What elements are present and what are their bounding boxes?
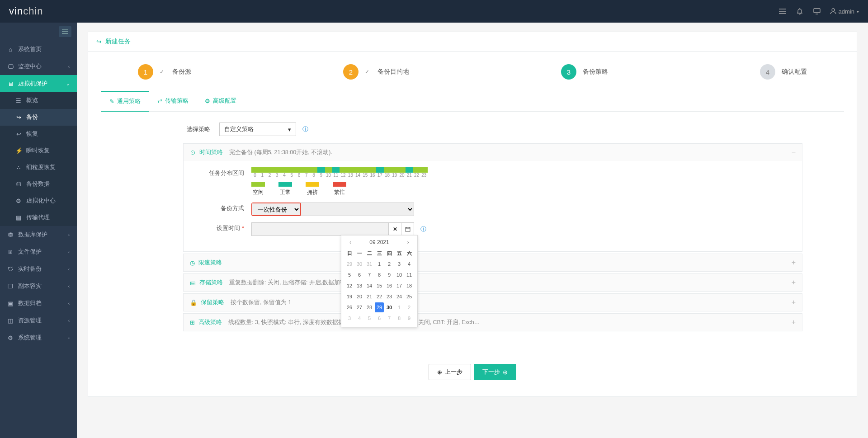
cal-day-1[interactable]: 1	[395, 302, 404, 312]
cal-day-27[interactable]: 27	[355, 302, 364, 312]
next-button[interactable]: 下一步⊕	[474, 364, 516, 380]
cal-day-18[interactable]: 18	[405, 281, 414, 291]
cal-day-16[interactable]: 16	[385, 281, 394, 291]
cal-day-7[interactable]: 7	[365, 270, 374, 280]
cal-day-6[interactable]: 6	[375, 313, 384, 323]
list-icon[interactable]	[778, 7, 787, 15]
calendar-month[interactable]: 09 2021	[369, 239, 389, 245]
cal-day-22[interactable]: 22	[375, 292, 384, 301]
cal-day-2[interactable]: 2	[385, 259, 394, 269]
info-icon[interactable]: ⓘ	[420, 225, 426, 233]
cal-day-19[interactable]: 19	[345, 292, 354, 301]
prev-button[interactable]: ⊕上一步	[429, 364, 471, 380]
desktop-icon: 🖥	[7, 80, 14, 87]
cal-day-5[interactable]: 5	[365, 313, 374, 323]
step-confirm: 4 确认配置	[760, 64, 807, 80]
backup-mode-select-rest[interactable]	[300, 203, 414, 216]
sidebar-sub-data[interactable]: ⛁备份数据	[0, 176, 77, 193]
cal-day-7[interactable]: 7	[385, 313, 394, 323]
step-source[interactable]: 1 ✓ 备份源	[138, 64, 191, 80]
cal-day-30[interactable]: 30	[385, 302, 394, 312]
sidebar-item-replica[interactable]: ❐副本容灾‹	[0, 278, 77, 295]
cal-day-5[interactable]: 5	[345, 270, 354, 280]
cal-day-8[interactable]: 8	[375, 270, 384, 280]
minus-icon: −	[792, 148, 796, 156]
sidebar-item-archive[interactable]: ▣数据归档‹	[0, 295, 77, 312]
sidebar-item-resource[interactable]: ◫资源管理‹	[0, 312, 77, 329]
plus-icon: +	[792, 298, 796, 306]
accordion-advanced-header[interactable]: ⊞ 高级策略 线程数量: 3, 快照模式: 串行, 深度有效数据提取: 关闭, …	[184, 314, 802, 331]
cal-day-25[interactable]: 25	[405, 292, 414, 301]
cal-day-2[interactable]: 2	[405, 302, 414, 312]
cal-day-10[interactable]: 10	[395, 270, 404, 280]
sidebar-item-file[interactable]: 🗎文件保护‹	[0, 243, 77, 260]
sidebar-sub-virtcenter[interactable]: ⚙虚拟化中心	[0, 193, 77, 209]
speedometer-icon: ◷	[190, 259, 195, 266]
cal-day-12[interactable]: 12	[345, 281, 354, 291]
cal-day-4[interactable]: 4	[405, 259, 414, 269]
accordion-storage-header[interactable]: 🖴 存储策略 重复数据删除: 关闭, 压缩存储: 开启,数据加密: 关闭 +	[184, 274, 802, 291]
sidebar-item-vm-protect[interactable]: 🖥虚拟机保护⌄	[0, 75, 77, 92]
sidebar-sub-instant[interactable]: ⚡瞬时恢复	[0, 142, 77, 159]
accordion-speed-header[interactable]: ◷ 限速策略 +	[184, 254, 802, 271]
select-policy-dropdown[interactable]: 自定义策略 ▾	[219, 122, 296, 136]
cal-day-14[interactable]: 14	[365, 281, 374, 291]
cal-dow: 二	[365, 248, 374, 258]
set-time-input[interactable]	[252, 226, 388, 233]
user-menu[interactable]: admin ▾	[830, 8, 859, 15]
clear-time-button[interactable]: ✕	[388, 223, 401, 235]
calendar-next[interactable]: ›	[407, 239, 409, 245]
tab-general[interactable]: ✎通用策略	[101, 91, 149, 112]
tab-advanced[interactable]: ⚙高级配置	[197, 90, 245, 111]
cal-day-26[interactable]: 26	[345, 302, 354, 312]
backup-mode-select[interactable]: 一次性备份	[252, 203, 300, 215]
cal-day-20[interactable]: 20	[355, 292, 364, 301]
cal-day-3[interactable]: 3	[345, 313, 354, 323]
cal-day-9[interactable]: 9	[385, 270, 394, 280]
sidebar-item-system[interactable]: ⚙系统管理‹	[0, 329, 77, 346]
cal-day-23[interactable]: 23	[385, 292, 394, 301]
sidebar-sub-proxy[interactable]: ▤传输代理	[0, 209, 77, 226]
database-icon: ⛁	[15, 181, 22, 188]
bell-icon[interactable]	[796, 7, 804, 15]
cal-day-17[interactable]: 17	[395, 281, 404, 291]
sidebar-sub-restore[interactable]: ↩恢复	[0, 126, 77, 142]
plus-icon: +	[792, 318, 796, 326]
sidebar-sub-overview[interactable]: ☰概览	[0, 92, 77, 109]
cal-day-6[interactable]: 6	[355, 270, 364, 280]
cal-day-11[interactable]: 11	[405, 270, 414, 280]
particles-icon: ∴	[15, 164, 22, 171]
sidebar-sub-granular[interactable]: ∴细粒度恢复	[0, 159, 77, 176]
cal-day-9[interactable]: 9	[405, 313, 414, 323]
sidebar-collapse-button[interactable]	[59, 26, 71, 37]
accordion-advanced: ⊞ 高级策略 线程数量: 3, 快照模式: 串行, 深度有效数据提取: 关闭, …	[183, 313, 802, 331]
sidebar-item-monitor[interactable]: 🖵监控中心‹	[0, 58, 77, 75]
accordion-retain-header[interactable]: 🔒 保留策略 按个数保留, 保留值为 1 +	[184, 294, 802, 311]
cal-day-15[interactable]: 15	[375, 281, 384, 291]
sidebar-item-home[interactable]: ⌂系统首页	[0, 41, 77, 58]
cal-day-30[interactable]: 30	[355, 259, 364, 269]
cal-day-4[interactable]: 4	[355, 313, 364, 323]
info-icon[interactable]: ⓘ	[302, 125, 308, 133]
cal-day-3[interactable]: 3	[395, 259, 404, 269]
cal-day-29[interactable]: 29	[375, 302, 384, 312]
accordion-time-header[interactable]: ⏲ 时间策略 完全备份 (每周5, 21:38:00开始, 不滚动). −	[184, 144, 802, 161]
cal-day-13[interactable]: 13	[355, 281, 364, 291]
tab-transfer[interactable]: ⇄传输策略	[149, 90, 197, 111]
cal-day-24[interactable]: 24	[395, 292, 404, 301]
cal-day-1[interactable]: 1	[375, 259, 384, 269]
step-dest[interactable]: 2 ✓ 备份目的地	[343, 64, 409, 80]
cal-day-8[interactable]: 8	[395, 313, 404, 323]
cal-day-21[interactable]: 21	[365, 292, 374, 301]
monitor-icon[interactable]	[813, 7, 821, 15]
step-policy[interactable]: 3 备份策略	[561, 64, 608, 80]
cal-day-29[interactable]: 29	[345, 259, 354, 269]
calendar-button[interactable]	[401, 223, 414, 235]
sidebar-item-db[interactable]: ⛃数据库保护‹	[0, 226, 77, 243]
sidebar-item-rt[interactable]: 🛡实时备份‹	[0, 260, 77, 278]
sidebar-sub-backup[interactable]: ↪备份	[0, 109, 77, 126]
svg-point-5	[832, 9, 835, 11]
calendar-prev[interactable]: ‹	[349, 239, 351, 245]
cal-day-28[interactable]: 28	[365, 302, 374, 312]
cal-day-31[interactable]: 31	[365, 259, 374, 269]
